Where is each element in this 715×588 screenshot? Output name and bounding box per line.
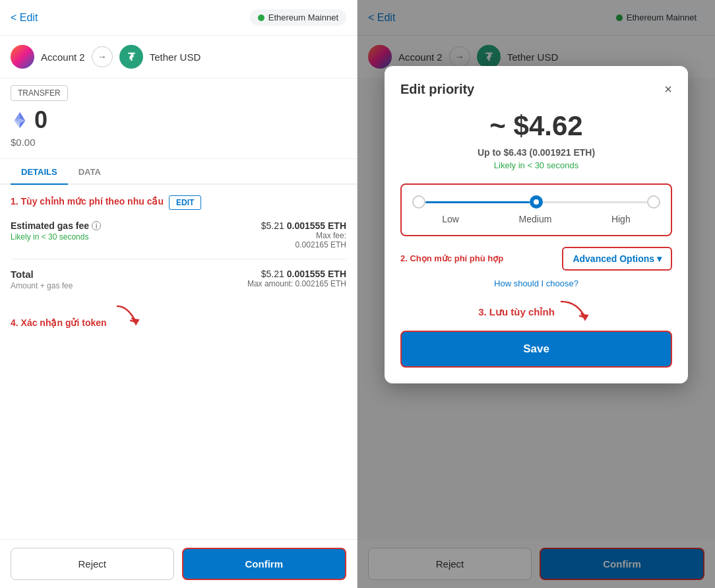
modal-close-button[interactable]: × [664,82,672,97]
left-total-label: Total [11,269,73,280]
left-accounts-row: Account 2 → ₮ Tether USD [0,36,357,79]
label-medium: Medium [519,214,552,224]
left-amount-section: 0 $0.00 [0,101,357,159]
left-annotation-1: 1. Tùy chỉnh mức phí theo nhu cầu [11,195,164,209]
left-total-left: Total Amount + gas fee [11,269,73,290]
label-high: High [611,214,631,224]
label-low: Low [442,214,459,224]
radio-high[interactable] [647,195,660,209]
radio-medium[interactable] [530,195,543,209]
radio-group: Low Medium High [412,195,660,224]
left-gas-eth: 0.001555 ETH [287,220,346,231]
radio-low[interactable] [412,195,425,209]
left-max-amount-label: Max amount: [247,279,293,288]
modal-title: Edit priority [400,82,474,97]
left-network-dot [258,15,264,21]
left-gas-fee-value: $5.21 0.001555 ETH Max fee: 0.002165 ETH [261,220,346,249]
left-eth-value: 0 [34,106,47,134]
left-annotation-2: 2. Chọn mức phí phù hợp [400,253,562,265]
left-tab-details[interactable]: DETAILS [11,159,68,185]
left-gas-usd: $5.21 [261,220,284,231]
left-total-usd: $5.21 [261,269,284,279]
left-likely-text: Likely in < 30 seconds [11,232,101,242]
modal-upto: Up to $6.43 (0.001921 ETH) [400,147,672,158]
left-gas-fee-label: Estimated gas fee i [11,220,101,231]
priority-selector: Low Medium High [400,183,672,236]
save-button[interactable]: Save [400,331,672,368]
save-arrow-icon [555,299,594,325]
left-arrow-down-icon [112,304,144,330]
modal-likely: Likely in < 30 seconds [400,160,672,170]
modal-header: Edit priority × [400,82,672,97]
left-total-row: Total Amount + gas fee $5.21 0.001555 ET… [11,269,346,290]
left-transfer-button[interactable]: TRANSFER [11,85,68,101]
left-edit-row: EDIT [169,195,201,210]
left-transfer-area: TRANSFER [0,79,357,101]
modal-amount: ~ $4.62 [400,110,672,142]
left-usd-amount: $0.00 [11,137,346,148]
edit-priority-modal: Edit priority × ~ $4.62 Up to $6.43 (0.0… [385,66,688,383]
left-max-fee-eth: 0.002165 ETH [295,240,346,249]
left-max-fee: Max fee: 0.002165 ETH [261,231,346,249]
left-reject-button[interactable]: Reject [11,548,174,580]
left-header: < Edit Ethereum Mainnet [0,0,357,36]
left-details-section: 1. Tùy chỉnh mức phí theo nhu cầu EDIT E… [0,185,357,539]
left-edit-back[interactable]: < Edit [11,12,38,24]
left-tabs-row: DETAILS DATA [0,159,357,185]
left-gas-fee-row: Estimated gas fee i Likely in < 30 secon… [11,220,346,249]
left-edit-button[interactable]: EDIT [169,195,201,210]
how-choose-link[interactable]: How should I choose? [400,278,672,288]
radio-medium-circle [530,195,543,209]
annotation-3-text: 3. Lưu tùy chỉnh [478,306,555,318]
left-total-eth: 0.001555 ETH [287,269,346,279]
right-panel: < Edit Ethereum Mainnet Account 2 → ₮ Te… [358,0,715,588]
radio-low-circle [412,195,425,209]
left-divider [11,259,346,259]
modal-upto-prefix: Up to [478,147,504,158]
left-max-amount: Max amount: 0.002165 ETH [247,279,346,288]
left-max-fee-label: Max fee: [316,231,346,240]
ethereum-icon [11,111,29,129]
left-total-value: $5.21 0.001555 ETH Max amount: 0.002165 … [247,269,346,288]
left-annotation-4: 4. Xác nhận gửi token [11,317,107,330]
left-info-icon[interactable]: i [92,221,101,230]
advanced-options-area: 2. Chọn mức phí phù hợp Advanced Options… [400,247,672,271]
left-account-name: Account 2 [41,51,85,63]
advanced-options-button[interactable]: Advanced Options ▾ [562,247,672,271]
left-network-label: Ethereum Mainnet [268,13,338,22]
left-bottom-buttons: Reject Confirm [0,539,357,588]
left-gas-fee-left: Estimated gas fee i Likely in < 30 secon… [11,220,101,242]
radio-row [412,195,660,209]
left-panel: < Edit Ethereum Mainnet Account 2 → ₮ Te… [0,0,358,588]
left-tether-avatar: ₮ [119,45,143,69]
modal-overlay: Edit priority × ~ $4.62 Up to $6.43 (0.0… [358,0,715,588]
left-token-name: Tether USD [150,51,201,63]
modal-upto-bold: $6.43 [504,147,527,158]
slider-labels: Low Medium High [412,214,660,224]
annotation-3-row: 3. Lưu tùy chỉnh [400,299,672,325]
left-total-sub: Amount + gas fee [11,281,73,290]
radio-high-circle [647,195,660,209]
left-network-badge: Ethereum Mainnet [250,9,346,26]
left-account-avatar [11,45,34,69]
left-gas-fee-label-text: Estimated gas fee [11,220,89,231]
left-max-amount-eth: 0.002165 ETH [295,279,346,288]
left-confirm-button[interactable]: Confirm [182,548,347,580]
left-eth-amount: 0 [11,106,346,134]
svg-marker-1 [580,313,588,321]
modal-upto-suffix: (0.001921 ETH) [527,147,596,158]
left-arrow-icon: → [92,46,113,67]
left-tab-data[interactable]: DATA [68,159,111,185]
